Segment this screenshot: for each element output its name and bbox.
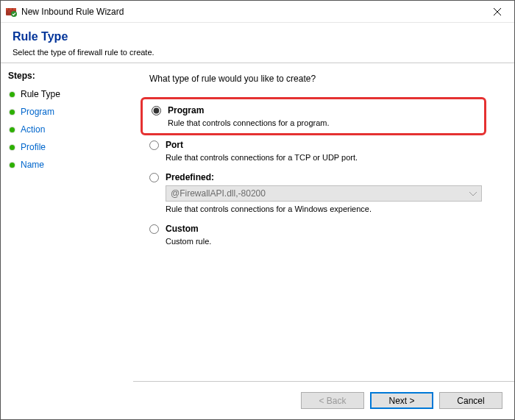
titlebar: New Inbound Rule Wizard: [1, 1, 514, 23]
main-panel: What type of rule would you like to crea…: [133, 63, 514, 381]
step-bullet-icon: [10, 163, 15, 168]
option-program: Program Rule that controls connections f…: [141, 97, 486, 135]
close-icon: [494, 8, 501, 15]
cancel-button[interactable]: Cancel: [439, 392, 502, 409]
wizard-window: New Inbound Rule Wizard Rule Type Select…: [0, 0, 515, 420]
option-predefined-row[interactable]: Predefined:: [149, 172, 498, 182]
option-desc: Rule that controls connections for a pro…: [168, 118, 475, 127]
window-title: New Inbound Rule Wizard: [21, 7, 480, 17]
radio-predefined[interactable]: [149, 173, 159, 182]
step-name[interactable]: Name: [8, 156, 126, 174]
chevron-down-icon: [469, 188, 477, 199]
option-predefined: Predefined: @FirewallAPI.dll,-80200 Rule…: [149, 172, 498, 213]
option-custom: Custom Custom rule.: [149, 224, 498, 246]
page-subtitle: Select the type of firewall rule to crea…: [13, 48, 502, 57]
step-bullet-icon: [10, 127, 15, 132]
step-label: Rule Type: [21, 89, 60, 99]
radio-custom[interactable]: [149, 224, 159, 234]
step-rule-type[interactable]: Rule Type: [8, 85, 126, 103]
svg-rect-1: [6, 8, 16, 10]
step-label: Profile: [21, 142, 46, 152]
option-program-row[interactable]: Program: [152, 105, 475, 115]
step-label: Name: [21, 160, 44, 170]
back-button: < Back: [301, 392, 364, 409]
close-button[interactable]: [480, 1, 514, 23]
option-label: Program: [168, 105, 204, 115]
steps-panel: Steps: Rule Type Program Action Profile …: [1, 63, 133, 381]
step-label: Action: [21, 124, 45, 135]
step-bullet-icon: [10, 110, 15, 115]
option-desc: Rule that controls connections for a TCP…: [166, 153, 498, 162]
prompt-text: What type of rule would you like to crea…: [149, 74, 498, 84]
next-button[interactable]: Next >: [370, 392, 433, 409]
step-label: Program: [21, 107, 54, 117]
wizard-footer: < Back Next > Cancel: [133, 381, 514, 419]
step-bullet-icon: [10, 92, 15, 97]
steps-list: Rule Type Program Action Profile Name: [8, 85, 126, 174]
step-program[interactable]: Program: [8, 103, 126, 121]
rule-type-options: Program Rule that controls connections f…: [149, 103, 498, 246]
step-profile[interactable]: Profile: [8, 138, 126, 156]
predefined-combo[interactable]: @FirewallAPI.dll,-80200: [166, 185, 482, 202]
step-bullet-icon: [10, 145, 15, 150]
wizard-header: Rule Type Select the type of firewall ru…: [1, 23, 514, 63]
radio-port[interactable]: [149, 140, 159, 150]
option-label: Port: [166, 140, 183, 150]
option-port: Port Rule that controls connections for …: [149, 140, 498, 162]
option-custom-row[interactable]: Custom: [149, 224, 498, 234]
wizard-body: Steps: Rule Type Program Action Profile …: [1, 63, 514, 381]
option-desc: Rule that controls connections for a Win…: [166, 204, 498, 213]
option-desc: Custom rule.: [166, 237, 498, 246]
page-title: Rule Type: [13, 30, 502, 43]
steps-heading: Steps:: [8, 71, 126, 81]
step-action[interactable]: Action: [8, 121, 126, 138]
predefined-combo-value: @FirewallAPI.dll,-80200: [171, 188, 266, 199]
option-label: Predefined:: [166, 172, 214, 182]
radio-program[interactable]: [152, 106, 161, 115]
option-port-row[interactable]: Port: [149, 140, 498, 150]
firewall-app-icon: [5, 6, 17, 18]
option-label: Custom: [166, 224, 199, 234]
